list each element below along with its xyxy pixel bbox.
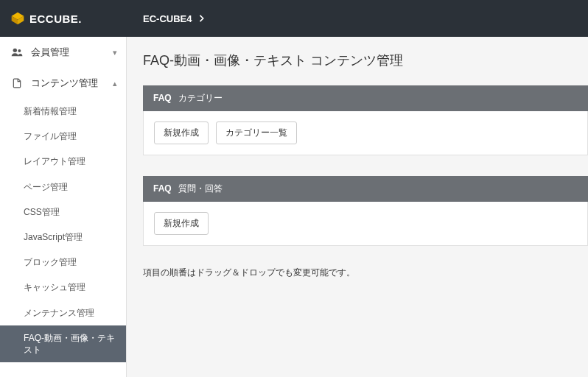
svg-point-3 <box>13 49 17 52</box>
new-category-button[interactable]: 新規作成 <box>154 121 209 144</box>
sidebar-group-content[interactable]: コンテンツ管理 ▴ <box>0 68 126 99</box>
sidebar-item-maintenance[interactable]: メンテナンス管理 <box>0 300 126 325</box>
sidebar-group-members[interactable]: 会員管理 ▾ <box>0 37 126 68</box>
drag-drop-info: 項目の順番はドラッグ＆ドロップでも変更可能です。 <box>143 267 588 279</box>
chevron-right-icon <box>199 13 205 24</box>
sidebar-item-css[interactable]: CSS管理 <box>0 200 126 225</box>
logo[interactable]: ECCUBE. <box>0 0 127 37</box>
page-title: FAQ-動画・画像・テキスト コンテンツ管理 <box>143 52 588 69</box>
svg-point-4 <box>18 49 21 52</box>
sidebar-item-file[interactable]: ファイル管理 <box>0 124 126 149</box>
topbar: ECCUBE. EC-CUBE4 <box>0 0 588 37</box>
sidebar-item-page[interactable]: ページ管理 <box>0 175 126 200</box>
section-tag: FAQ <box>153 183 172 194</box>
sidebar-item-layout[interactable]: レイアウト管理 <box>0 149 126 174</box>
logo-cube-icon <box>10 11 25 26</box>
users-icon <box>10 46 24 59</box>
sidebar-item-cache[interactable]: キャッシュ管理 <box>0 275 126 300</box>
section-title: カテゴリー <box>178 93 223 103</box>
category-list-button[interactable]: カテゴリー一覧 <box>216 121 297 144</box>
breadcrumb[interactable]: EC-CUBE4 <box>127 13 205 24</box>
section-category-body: 新規作成 カテゴリー一覧 <box>143 111 588 155</box>
section-title: 質問・回答 <box>178 183 223 194</box>
chevron-up-icon: ▴ <box>113 79 117 88</box>
sidebar-item-news[interactable]: 新着情報管理 <box>0 99 126 124</box>
section-qa-header: FAQ 質問・回答 <box>143 176 588 202</box>
section-tag: FAQ <box>153 93 172 103</box>
chevron-down-icon: ▾ <box>113 48 117 57</box>
sidebar: 会員管理 ▾ コンテンツ管理 ▴ 新着情報管理 ファイル管理 レイアウト管理 ペ… <box>0 37 127 377</box>
logo-text: ECCUBE. <box>29 13 82 25</box>
sidebar-content-submenu: 新着情報管理 ファイル管理 レイアウト管理 ページ管理 CSS管理 JavaSc… <box>0 99 126 362</box>
sidebar-group-label: 会員管理 <box>31 46 69 59</box>
sidebar-item-js[interactable]: JavaScript管理 <box>0 225 126 250</box>
breadcrumb-label: EC-CUBE4 <box>143 13 192 24</box>
sidebar-item-block[interactable]: ブロック管理 <box>0 250 126 275</box>
sidebar-group-label: コンテンツ管理 <box>31 77 98 90</box>
new-qa-button[interactable]: 新規作成 <box>154 212 209 235</box>
section-qa-body: 新規作成 <box>143 202 588 246</box>
document-icon <box>10 77 24 90</box>
main-content: FAQ-動画・画像・テキスト コンテンツ管理 FAQ カテゴリー 新規作成 カテ… <box>127 37 588 377</box>
section-category-header: FAQ カテゴリー <box>143 85 588 111</box>
sidebar-item-faq[interactable]: FAQ-動画・画像・テキスト <box>0 325 126 362</box>
